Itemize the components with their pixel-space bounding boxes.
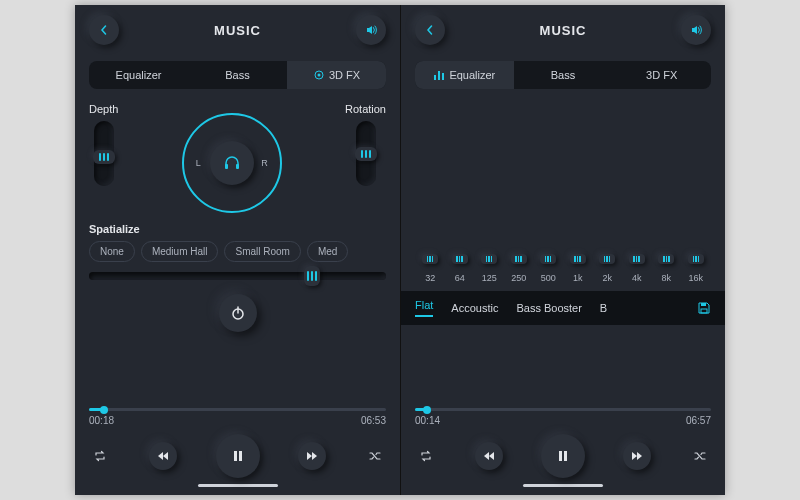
eq-band-250[interactable]: 250: [506, 259, 532, 283]
band-label: 2k: [602, 273, 612, 283]
repeat-icon: [93, 449, 107, 463]
forward-icon: [631, 450, 643, 462]
volume-button[interactable]: [356, 15, 386, 45]
preset-bar: Flat Accoustic Bass Booster B: [401, 291, 725, 325]
tab-bass[interactable]: Bass: [188, 61, 287, 89]
page-title: MUSIC: [540, 23, 587, 38]
band-label: 125: [482, 273, 497, 283]
spatialize-options: None Medium Hall Small Room Med: [89, 241, 386, 262]
header: MUSIC: [89, 15, 386, 45]
svg-rect-11: [701, 303, 706, 306]
volume-icon: [365, 24, 377, 36]
eq-band-32[interactable]: 32: [417, 259, 443, 283]
headphones-icon: [222, 153, 242, 173]
rotation-slider[interactable]: [356, 121, 376, 186]
rotation-label: Rotation: [345, 103, 386, 115]
tab-equalizer[interactable]: Equalizer: [415, 61, 514, 89]
play-pause-button[interactable]: [216, 434, 260, 478]
equalizer-icon: [433, 69, 445, 81]
preset-more[interactable]: B: [600, 302, 607, 314]
shuffle-icon: [368, 449, 382, 463]
chip-medium-hall[interactable]: Medium Hall: [141, 241, 219, 262]
phone-equalizer: MUSIC Equalizer Bass 3D FX 3264125250500…: [400, 5, 725, 495]
preset-bass-booster[interactable]: Bass Booster: [516, 302, 581, 314]
dial-left-label: L: [196, 158, 201, 168]
save-preset-button[interactable]: [697, 301, 711, 315]
dial-right-label: R: [261, 158, 268, 168]
chip-none[interactable]: None: [89, 241, 135, 262]
svg-rect-6: [234, 451, 237, 461]
band-label: 4k: [632, 273, 642, 283]
forward-icon: [306, 450, 318, 462]
eq-band-8k[interactable]: 8k: [653, 259, 679, 283]
band-label: 64: [455, 273, 465, 283]
eq-band-125[interactable]: 125: [476, 259, 502, 283]
back-button[interactable]: [415, 15, 445, 45]
eq-band-64[interactable]: 64: [447, 259, 473, 283]
band-label: 32: [425, 273, 435, 283]
eq-band-500[interactable]: 500: [535, 259, 561, 283]
eq-band-2k[interactable]: 2k: [594, 259, 620, 283]
eq-band-1k[interactable]: 1k: [565, 259, 591, 283]
repeat-button[interactable]: [89, 445, 111, 467]
elapsed-time: 00:18: [89, 415, 114, 426]
player: 00:18 06:53: [89, 408, 386, 487]
phone-3dfx: MUSIC Equalizer Bass 3D FX Depth L R: [75, 5, 400, 495]
preset-accoustic[interactable]: Accoustic: [451, 302, 498, 314]
chevron-left-icon: [99, 25, 109, 35]
forward-button[interactable]: [298, 442, 326, 470]
play-pause-button[interactable]: [541, 434, 585, 478]
tab-equalizer[interactable]: Equalizer: [89, 61, 188, 89]
rewind-button[interactable]: [475, 442, 503, 470]
svg-rect-14: [564, 451, 567, 461]
shuffle-button[interactable]: [689, 445, 711, 467]
chip-small-room[interactable]: Small Room: [224, 241, 300, 262]
band-label: 500: [541, 273, 556, 283]
svg-rect-13: [559, 451, 562, 461]
pause-icon: [231, 449, 245, 463]
svg-point-1: [317, 74, 320, 77]
progress-bar[interactable]: [415, 408, 711, 411]
header: MUSIC: [415, 15, 711, 45]
total-time: 06:53: [361, 415, 386, 426]
svg-rect-12: [701, 309, 707, 313]
rewind-icon: [483, 450, 495, 462]
chip-more[interactable]: Med: [307, 241, 348, 262]
svg-rect-7: [239, 451, 242, 461]
eq-band-4k[interactable]: 4k: [624, 259, 650, 283]
eq-band-16k[interactable]: 16k: [683, 259, 709, 283]
home-indicator: [523, 484, 603, 487]
equalizer-area: 32641252505001k2k4k8k16k Flat Accoustic …: [415, 103, 711, 408]
home-indicator: [198, 484, 278, 487]
forward-button[interactable]: [623, 442, 651, 470]
depth-control: Depth: [89, 103, 118, 186]
spatialize-slider[interactable]: [89, 272, 386, 280]
repeat-button[interactable]: [415, 445, 437, 467]
back-button[interactable]: [89, 15, 119, 45]
depth-label: Depth: [89, 103, 118, 115]
band-label: 1k: [573, 273, 583, 283]
power-button[interactable]: [219, 294, 257, 332]
volume-icon: [690, 24, 702, 36]
svg-rect-8: [434, 75, 436, 80]
elapsed-time: 00:14: [415, 415, 440, 426]
repeat-icon: [419, 449, 433, 463]
svg-rect-3: [236, 164, 239, 169]
tab-3dfx[interactable]: 3D FX: [287, 61, 386, 89]
svg-rect-9: [438, 71, 440, 80]
dial-knob[interactable]: [210, 141, 254, 185]
volume-button[interactable]: [681, 15, 711, 45]
rewind-button[interactable]: [149, 442, 177, 470]
progress-bar[interactable]: [89, 408, 386, 411]
shuffle-button[interactable]: [364, 445, 386, 467]
svg-rect-2: [225, 164, 228, 169]
preset-flat[interactable]: Flat: [415, 299, 433, 317]
shuffle-icon: [693, 449, 707, 463]
tab-bass[interactable]: Bass: [514, 61, 613, 89]
depth-slider[interactable]: [94, 121, 114, 186]
pan-dial[interactable]: L R: [182, 113, 282, 213]
tabs: Equalizer Bass 3D FX: [415, 61, 711, 89]
spatialize-label: Spatialize: [89, 223, 386, 235]
tab-3dfx[interactable]: 3D FX: [612, 61, 711, 89]
pause-icon: [556, 449, 570, 463]
